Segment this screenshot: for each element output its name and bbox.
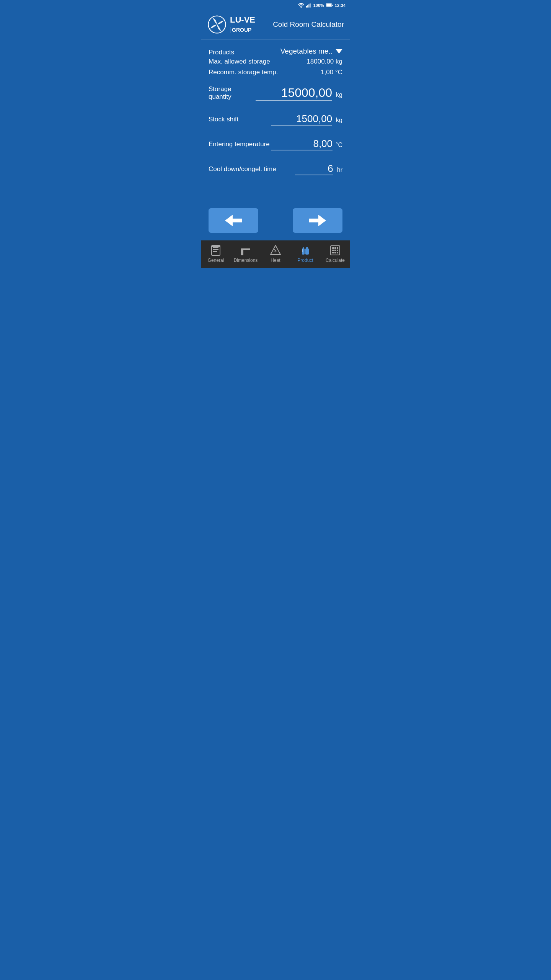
tab-product-label: Product	[297, 258, 313, 263]
luve-logo-icon	[207, 15, 227, 34]
app-header: LU-VE GROUP Cold Room Calculator	[201, 11, 350, 39]
svg-rect-35	[334, 250, 336, 251]
entering-temp-field: Entering temperature °C	[209, 138, 342, 150]
product-icon	[300, 245, 311, 256]
recomm-temp-row: Recomm. storage temp. 1,00 °C	[209, 69, 342, 76]
logo-text-block: LU-VE GROUP	[230, 15, 255, 34]
svg-rect-7	[332, 5, 333, 6]
tab-calculate-label: Calculate	[326, 258, 345, 263]
svg-rect-6	[326, 4, 331, 7]
tab-general[interactable]: General	[201, 245, 231, 263]
max-storage-label: Max. allowed storage	[209, 58, 270, 65]
svg-rect-1	[306, 6, 307, 7]
logo-container: LU-VE GROUP	[207, 15, 255, 34]
main-content: Products Vegetables me.. Max. allowed st…	[201, 39, 350, 202]
svg-rect-3	[308, 4, 309, 7]
forward-button[interactable]	[293, 208, 342, 233]
dimensions-icon	[240, 245, 251, 256]
products-value: Vegetables me..	[280, 47, 333, 56]
entering-temp-label: Entering temperature	[209, 140, 270, 148]
storage-quantity-label: Storage quantity	[209, 85, 256, 101]
tab-dimensions-label: Dimensions	[234, 258, 258, 263]
storage-quantity-input[interactable]	[256, 86, 332, 101]
cool-down-unit: hr	[337, 167, 342, 173]
tab-product[interactable]: Product	[290, 245, 320, 263]
time-display: 12:34	[335, 3, 346, 8]
svg-rect-34	[332, 250, 334, 251]
status-icons: 100% 12:34	[298, 3, 346, 8]
svg-marker-24	[271, 245, 280, 255]
tab-calculate[interactable]: Calculate	[320, 245, 350, 263]
svg-point-0	[300, 7, 302, 8]
svg-rect-38	[334, 252, 336, 253]
tab-general-label: General	[208, 258, 224, 263]
svg-rect-37	[332, 252, 334, 253]
svg-marker-9	[336, 49, 342, 54]
svg-rect-26	[303, 247, 304, 249]
svg-rect-33	[337, 247, 338, 249]
recomm-temp-value: 1,00 °C	[321, 69, 342, 76]
storage-quantity-unit: kg	[336, 91, 342, 98]
stock-shift-unit: kg	[336, 117, 342, 124]
storage-quantity-field: Storage quantity kg	[209, 85, 342, 101]
cool-down-field: Cool down/congel. time hr	[209, 163, 342, 175]
svg-rect-39	[337, 252, 338, 253]
svg-rect-2	[307, 5, 308, 7]
recomm-temp-label: Recomm. storage temp.	[209, 69, 278, 76]
logo-name: LU-VE GROUP	[230, 15, 255, 34]
tab-heat[interactable]: Heat	[261, 245, 290, 263]
max-storage-value: 18000,00 kg	[306, 58, 342, 65]
stock-shift-field: Stock shift kg	[209, 113, 342, 126]
svg-rect-29	[302, 249, 303, 252]
svg-rect-28	[306, 247, 308, 249]
back-arrow-icon	[225, 215, 242, 226]
battery-percent: 100%	[313, 3, 324, 8]
svg-rect-32	[334, 247, 336, 249]
svg-rect-4	[310, 3, 310, 8]
status-bar: 100% 12:34	[201, 0, 350, 11]
svg-marker-11	[309, 215, 326, 226]
max-storage-row: Max. allowed storage 18000,00 kg	[209, 58, 342, 65]
stock-shift-input[interactable]	[271, 113, 332, 126]
svg-marker-10	[225, 215, 242, 226]
svg-rect-31	[332, 247, 334, 249]
products-section: Products Vegetables me..	[209, 47, 342, 56]
cool-down-label: Cool down/congel. time	[209, 165, 276, 173]
app-title: Cold Room Calculator	[273, 20, 344, 29]
tab-heat-label: Heat	[271, 258, 280, 263]
cool-down-input[interactable]	[295, 163, 333, 175]
general-icon	[210, 245, 222, 256]
products-dropdown[interactable]: Vegetables me..	[280, 47, 342, 56]
svg-rect-36	[337, 250, 338, 251]
entering-temp-input[interactable]	[271, 138, 333, 150]
wifi-icon	[298, 3, 304, 8]
tab-bar: General Dimensions Heat	[201, 240, 350, 268]
nav-arrows	[201, 202, 350, 240]
entering-temp-unit: °C	[336, 142, 342, 149]
svg-rect-18	[241, 248, 250, 250]
tab-dimensions[interactable]: Dimensions	[231, 245, 261, 263]
forward-arrow-icon	[309, 215, 326, 226]
svg-rect-27	[305, 248, 309, 255]
signal-icon	[306, 3, 311, 8]
calculate-icon	[329, 245, 341, 256]
svg-rect-16	[212, 245, 220, 247]
products-label: Products	[209, 47, 234, 56]
back-button[interactable]	[209, 208, 258, 233]
battery-icon	[326, 3, 333, 8]
stock-shift-label: Stock shift	[209, 116, 238, 123]
heat-icon	[270, 245, 281, 256]
products-dropdown-arrow	[336, 49, 342, 54]
